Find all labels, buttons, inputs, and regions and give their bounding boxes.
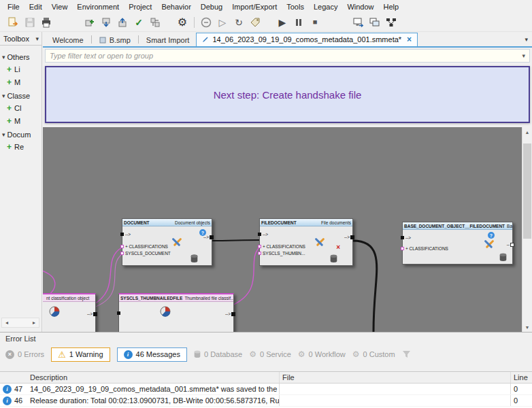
tab-bsmp[interactable]: B.smp <box>93 33 137 46</box>
scroll-left-icon[interactable]: ◂ <box>2 318 12 327</box>
tree-group-others[interactable]: ▾Others <box>0 50 41 63</box>
chevron-down-icon[interactable]: ▾ <box>522 52 525 59</box>
remove-icon[interactable] <box>199 15 214 30</box>
node-input-pin[interactable]: + CLASSIFICATIONS <box>403 246 448 251</box>
menu-legacy[interactable]: Legacy <box>309 1 342 12</box>
node-input-pin[interactable]: + CLASSIFICATIONS <box>260 244 305 249</box>
import-nodes-icon[interactable] <box>99 15 114 30</box>
tab-label: B.smp <box>110 36 131 44</box>
service-filter-button[interactable]: ⚙ 0 Service <box>249 350 291 358</box>
node-input-pin[interactable]: SYSCLS_THUMBN... <box>260 251 305 256</box>
tree-item[interactable]: +Cl <box>0 102 41 115</box>
pause-icon[interactable] <box>291 15 306 30</box>
node-graph-canvas[interactable]: DOCUMENT Document objects --> + CLASSIFI… <box>43 127 522 332</box>
menu-behavior[interactable]: Behavior <box>156 1 195 12</box>
plus-icon: + <box>7 104 12 112</box>
grid-header-num[interactable] <box>0 372 30 383</box>
refresh-icon[interactable]: ↻ <box>231 15 246 30</box>
tag-icon[interactable] <box>248 15 263 30</box>
tree-item[interactable]: +M <box>0 115 41 128</box>
validate-icon[interactable]: ✓ <box>131 15 146 30</box>
database-filter-button[interactable]: 0 Database <box>194 350 242 358</box>
node-input-pin[interactable]: SYSCLS_DOCUMENT <box>122 251 171 256</box>
node-subtitle: Document objects <box>175 220 210 225</box>
grid-header-line[interactable]: Line <box>510 372 532 383</box>
tree-group-classes[interactable]: ▾Classe <box>0 89 41 102</box>
settings-gear-icon[interactable]: ⚙ <box>175 15 190 30</box>
menu-environment[interactable]: Environment <box>72 1 124 12</box>
scrollbar-track[interactable] <box>522 137 532 322</box>
screen-export-icon[interactable] <box>351 15 366 30</box>
run-icon[interactable]: ▶ <box>275 15 290 30</box>
transfer-icon[interactable] <box>148 15 163 30</box>
menu-import-export[interactable]: Import/Export <box>227 1 282 12</box>
menu-window[interactable]: Window <box>342 1 378 12</box>
node-output-pin[interactable]: --> <box>225 311 235 316</box>
info-icon: i <box>124 350 133 359</box>
errors-filter-button[interactable]: × 0 Errors <box>5 350 44 359</box>
table-row[interactable]: i 46 Release duration: Total 00:02:13.09… <box>0 395 532 407</box>
start-icon[interactable]: ▷ <box>215 15 230 30</box>
export-nodes-icon[interactable] <box>115 15 130 30</box>
tab-metadata-document[interactable]: 14_06_2023_09_19_09_comos_metadata_001.s… <box>196 33 418 46</box>
workflow-filter-button[interactable]: ⚙ 0 Workflow <box>298 350 346 358</box>
node-input-pin[interactable]: --> <box>260 232 268 237</box>
menu-file[interactable]: File <box>3 1 24 12</box>
node-input-pin[interactable]: --> <box>403 235 411 240</box>
tree-group-documents[interactable]: ▾Docum <box>0 128 41 141</box>
node-output-pin[interactable]: -- <box>507 242 514 247</box>
tree-item[interactable]: +M <box>0 76 41 89</box>
node-base-document-object[interactable]: BASE_DOCUMENT_OBJECT__FILEDOCUMENT Base.… <box>402 222 513 265</box>
open-model-icon[interactable] <box>6 15 21 30</box>
hierarchy-icon[interactable] <box>384 15 399 30</box>
menu-view[interactable]: View <box>47 1 73 12</box>
filter-combobox[interactable]: ▾ <box>45 49 530 63</box>
menu-debug[interactable]: Debug <box>196 1 227 12</box>
grid-header-description[interactable]: Description <box>30 372 279 383</box>
tree-item[interactable]: +Li <box>0 63 41 76</box>
node-syscls-thumbnailedfile[interactable]: SYSCLS_THUMBNAILEDFILE Thumbnailed file … <box>118 293 234 332</box>
toolbox-dropdown-icon[interactable]: ▾ <box>35 36 39 42</box>
tree-item-label: Re <box>14 143 24 151</box>
next-step-note[interactable]: Next step: Create handshake file <box>45 66 530 123</box>
tree-item[interactable]: +Re <box>0 141 41 154</box>
grid-header-file[interactable]: File <box>279 372 510 383</box>
tab-overflow-icon[interactable]: ▾ <box>525 36 528 43</box>
gear-icon: ⚙ <box>352 350 360 358</box>
node-input-pin[interactable]: --> <box>122 232 131 237</box>
scroll-right-icon[interactable]: ▸ <box>29 318 39 327</box>
menu-help[interactable]: Help <box>379 1 404 12</box>
scroll-down-icon[interactable]: ▼ <box>522 322 532 332</box>
menu-project[interactable]: Project <box>124 1 156 12</box>
close-tab-icon[interactable]: × <box>407 35 412 44</box>
scrollbar-thumb[interactable] <box>523 143 531 239</box>
node-classification-partial[interactable]: nt classification object --> <box>43 293 96 332</box>
node-output-pin[interactable]: --> <box>203 235 214 239</box>
save-icon[interactable] <box>22 15 37 30</box>
node-input-pin[interactable] <box>119 311 120 315</box>
screens-icon[interactable] <box>367 15 382 30</box>
scroll-up-icon[interactable]: ▲ <box>522 127 532 137</box>
node-filedocument[interactable]: FILEDOCUMENT File documents --> + CLASSI… <box>259 218 353 266</box>
stop-icon[interactable]: ■ <box>307 15 322 30</box>
tree-item-label: M <box>14 117 20 125</box>
filter-input[interactable] <box>50 52 519 60</box>
menu-tools[interactable]: Tools <box>282 1 309 12</box>
warnings-filter-button[interactable]: ⚠ 1 Warning <box>51 347 110 362</box>
messages-filter-button[interactable]: i 46 Messages <box>117 347 187 362</box>
toolbox-hscrollbar[interactable]: ◂ ▸ <box>1 318 39 328</box>
row-line: 0 <box>510 395 532 406</box>
tab-smart-import[interactable]: Smart Import <box>139 33 197 46</box>
tab-welcome[interactable]: Welcome <box>46 33 90 46</box>
node-output-pin[interactable]: --> <box>87 311 97 316</box>
node-input-pin[interactable]: + CLASSIFICATIONS <box>122 244 168 249</box>
table-row[interactable]: i 47 14_06_2023_09_19_09_comos_metadata_… <box>0 384 532 395</box>
print-icon[interactable] <box>39 15 54 30</box>
canvas-vscrollbar[interactable]: ▲ ▼ <box>522 127 532 332</box>
node-output-pin[interactable]: --> <box>344 235 354 239</box>
filter-settings-button[interactable] <box>402 350 411 358</box>
custom-filter-button[interactable]: ⚙ 0 Custom <box>352 350 395 358</box>
menu-edit[interactable]: Edit <box>24 1 47 12</box>
new-node-icon[interactable] <box>82 15 97 30</box>
node-document[interactable]: DOCUMENT Document objects --> + CLASSIFI… <box>122 218 212 266</box>
